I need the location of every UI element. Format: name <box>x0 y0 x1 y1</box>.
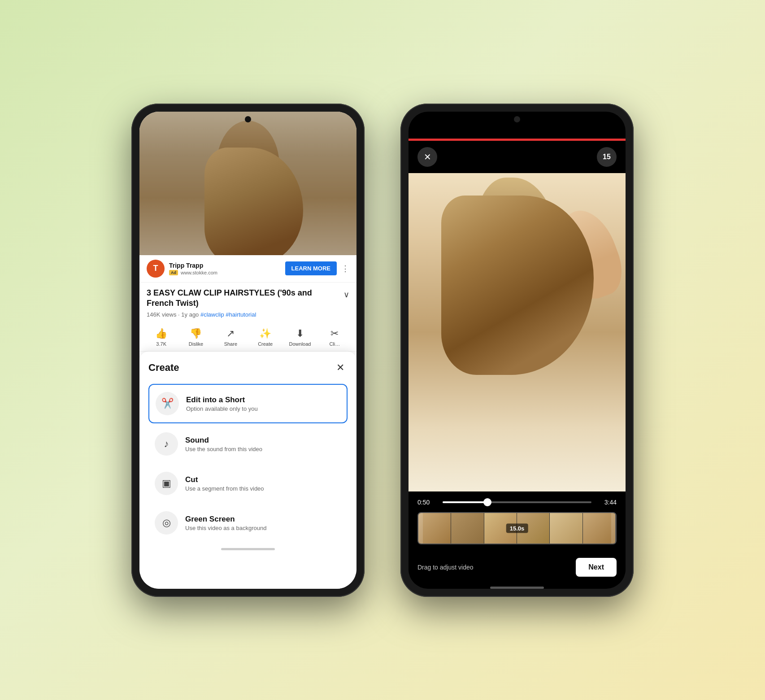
time-start-label: 0:50 <box>417 499 437 506</box>
right-camera <box>514 116 520 122</box>
action-share[interactable]: ↗ Share <box>213 328 248 347</box>
download-icon: ⬇ <box>296 328 304 339</box>
create-icon: ✨ <box>259 328 271 339</box>
left-camera <box>245 116 251 122</box>
edit-short-subtitle: Option available only to you <box>186 405 340 412</box>
ad-url: www.stokke.com <box>181 270 217 275</box>
action-create[interactable]: ✨ Create <box>248 328 283 347</box>
thumbnail-overlay <box>139 112 356 255</box>
film-frame-5 <box>550 513 582 543</box>
right-phone-screen: ✕ 15 0:50 3:44 <box>409 112 626 589</box>
ad-badge-row: Ad www.stokke.com <box>169 270 281 275</box>
action-clip[interactable]: ✂ Cli… <box>317 328 352 347</box>
create-option-cut[interactable]: ▣ Cut Use a segment from this video <box>148 465 348 502</box>
action-like[interactable]: 👍 3.7K <box>144 328 178 347</box>
modal-header: Create ✕ <box>148 361 348 375</box>
ad-bar: T Tripp Trapp Ad www.stokke.com LEARN MO… <box>139 255 356 283</box>
edit-short-icon: ✂️ <box>156 392 179 415</box>
video-title: 3 EASY CLAW CLIP HAIRSTYLES ('90s and Fr… <box>147 288 340 309</box>
edit-short-title: Edit into a Short <box>186 396 340 404</box>
time-end-label: 3:44 <box>597 499 617 506</box>
cut-icon: ▣ <box>155 472 178 495</box>
home-indicator <box>221 548 275 550</box>
dislike-label: Dislike <box>189 341 203 347</box>
next-button[interactable]: Next <box>576 558 617 577</box>
video-title-row: 3 EASY CLAW CLIP HAIRSTYLES ('90s and Fr… <box>147 288 349 309</box>
arm-shape <box>549 202 626 305</box>
like-icon: 👍 <box>155 328 167 339</box>
cut-text: Cut Use a segment from this video <box>185 475 341 492</box>
timeline-section: 0:50 3:44 15.0s <box>409 491 626 552</box>
ad-badge: Ad <box>169 270 178 275</box>
green-screen-subtitle: Use this video as a background <box>185 525 341 531</box>
thumbnail-image <box>139 112 356 255</box>
sound-icon: ♪ <box>155 432 178 456</box>
green-screen-title: Green Screen <box>185 515 341 524</box>
video-thumbnail <box>139 112 356 255</box>
time-row: 0:50 3:44 <box>417 499 617 506</box>
create-option-edit-short[interactable]: ✂️ Edit into a Short Option available on… <box>148 384 348 423</box>
clip-icon: ✂ <box>330 328 339 339</box>
time-slider-fill <box>443 501 487 503</box>
sound-subtitle: Use the sound from this video <box>185 446 341 452</box>
film-handle-right[interactable] <box>611 513 616 543</box>
right-phone: ✕ 15 0:50 3:44 <box>400 104 634 597</box>
green-screen-text: Green Screen Use this video as a backgro… <box>185 515 341 531</box>
clip-label: Cli… <box>329 341 340 347</box>
time-slider[interactable] <box>443 501 591 503</box>
film-strip[interactable]: 15.0s <box>417 512 617 544</box>
shorts-hair-figure <box>409 173 626 491</box>
like-count: 3.7K <box>156 341 166 347</box>
film-duration-label: 15.0s <box>506 523 528 533</box>
shorts-video-preview <box>409 173 626 491</box>
action-bar: 👍 3.7K 👎 Dislike ↗ Share ✨ Create ⬇ Down… <box>139 323 356 352</box>
ad-brand-name: Tripp Trapp <box>169 262 281 269</box>
ad-info: Tripp Trapp Ad www.stokke.com <box>169 262 281 275</box>
shorts-header: ✕ 15 <box>409 141 626 173</box>
more-options-icon[interactable]: ⋮ <box>341 264 349 274</box>
share-label: Share <box>224 341 237 347</box>
sound-title: Sound <box>185 436 341 445</box>
modal-title: Create <box>148 362 179 374</box>
video-meta: 146K views · 1y ago #clawclip #hairtutor… <box>147 311 349 318</box>
drag-hint-text: Drag to adjust video <box>417 564 474 571</box>
action-download[interactable]: ⬇ Download <box>283 328 317 347</box>
sound-text: Sound Use the sound from this video <box>185 436 341 452</box>
film-frame-1 <box>418 513 451 543</box>
ad-logo: T <box>147 260 165 278</box>
share-icon: ↗ <box>226 328 235 339</box>
create-option-green-screen[interactable]: ◎ Green Screen Use this video as a backg… <box>148 504 348 542</box>
create-label: Create <box>258 341 273 347</box>
film-handle-left[interactable] <box>418 513 423 543</box>
film-frame-2 <box>451 513 484 543</box>
video-stats: 146K views · 1y ago <box>147 311 199 318</box>
learn-more-button[interactable]: LEARN MORE <box>285 261 337 275</box>
shorts-close-button[interactable]: ✕ <box>417 147 437 167</box>
dislike-icon: 👎 <box>190 328 202 339</box>
left-phone: T Tripp Trapp Ad www.stokke.com LEARN MO… <box>131 104 365 597</box>
download-label: Download <box>289 341 311 347</box>
hashtag-clawclip[interactable]: #clawclip <box>200 311 224 318</box>
green-screen-icon: ◎ <box>155 511 178 535</box>
cut-title: Cut <box>185 475 341 484</box>
create-modal: Create ✕ ✂️ Edit into a Short Option ava… <box>139 352 356 588</box>
chevron-down-icon[interactable]: ∨ <box>343 290 349 300</box>
cut-subtitle: Use a segment from this video <box>185 485 341 492</box>
time-slider-thumb[interactable] <box>483 498 491 506</box>
left-phone-screen: T Tripp Trapp Ad www.stokke.com LEARN MO… <box>139 112 356 589</box>
edit-short-text: Edit into a Short Option available only … <box>186 396 340 412</box>
modal-close-button[interactable]: ✕ <box>333 361 348 375</box>
create-option-sound[interactable]: ♪ Sound Use the sound from this video <box>148 425 348 463</box>
shorts-footer: Drag to adjust video Next <box>409 552 626 584</box>
shorts-timer: 15 <box>597 147 617 167</box>
hashtag-hairtutorial[interactable]: #hairtutorial <box>226 311 256 318</box>
film-frame-6 <box>583 513 616 543</box>
home-indicator-right <box>490 587 544 589</box>
video-title-section: 3 EASY CLAW CLIP HAIRSTYLES ('90s and Fr… <box>139 283 356 324</box>
action-dislike[interactable]: 👎 Dislike <box>178 328 213 347</box>
